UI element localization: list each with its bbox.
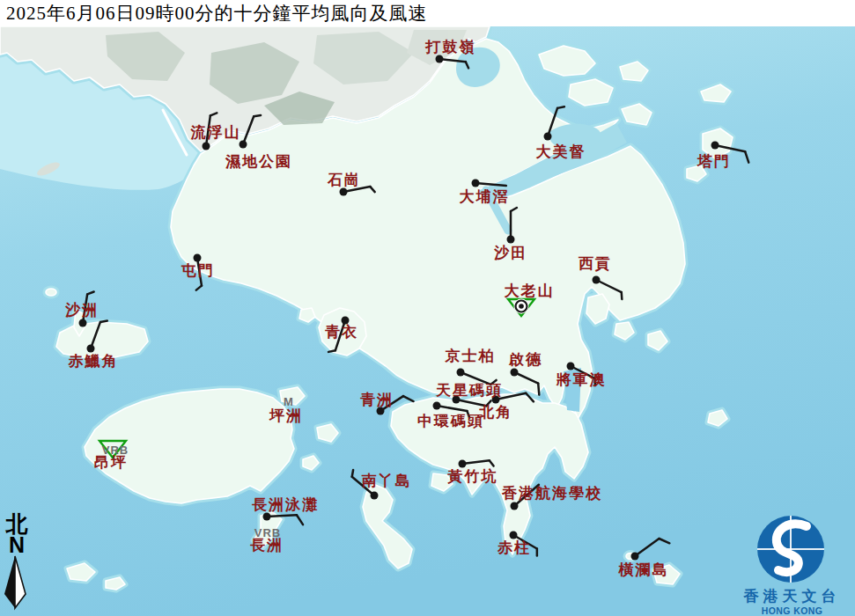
hko-name-cn: 香港天文台	[733, 588, 851, 605]
hko-name-en: HONG KONG OBSERVATORY	[733, 605, 851, 616]
hong-kong-base-map	[0, 0, 855, 616]
hko-logo-icon	[733, 514, 851, 584]
north-arrow-icon	[2, 554, 32, 611]
wind-map-screen: 打鼓嶺流浮山濕地公園石崗大美督塔門大埔滘沙田屯門西貢沙洲大老山青衣赤鱲角京士柏啟…	[0, 0, 855, 616]
map-title: 2025年6月06日09時00分的十分鐘平均風向及風速	[0, 0, 855, 26]
hko-logo-block: 香港天文台 HONG KONG OBSERVATORY	[733, 514, 851, 616]
north-compass: 北 N	[2, 513, 32, 614]
north-letter: N	[2, 535, 32, 554]
